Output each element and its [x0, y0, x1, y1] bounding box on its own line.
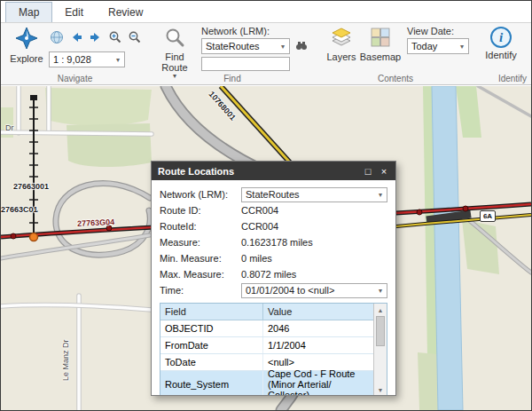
group-find: Find Route ▾ Network (LRM): StateRoutes … [149, 23, 316, 84]
basemap-label: Basemap [360, 51, 401, 62]
map-scale-value: 1 : 9,028 [53, 54, 91, 65]
min-measure-value: 0 miles [241, 253, 272, 264]
maximize-icon[interactable]: □ [360, 163, 376, 179]
explore-button[interactable]: Explore [7, 26, 46, 64]
group-identify: i Identify Identify [475, 23, 532, 84]
find-route-magnifier-icon [164, 27, 185, 50]
zoom-in-icon [108, 30, 122, 44]
route-id-label: 27663001 [13, 182, 49, 191]
application-window: Map Edit Review Explore [0, 0, 532, 411]
time-value: 01/01/2004 to <null> [246, 285, 334, 296]
view-date-label: View Date: [407, 26, 469, 36]
chevron-down-icon: ▾ [456, 43, 468, 51]
zoom-out-button[interactable] [127, 29, 143, 45]
chevron-down-icon: ▾ [112, 56, 124, 64]
layers-button[interactable]: Layers [322, 26, 361, 62]
network-lrm-label: Network (LRM): [201, 26, 309, 36]
panel-title: Route Locations [158, 166, 234, 177]
table-row[interactable]: FromDate 1/1/2004 [160, 337, 373, 354]
table-cell-field: OBJECTID [160, 320, 263, 336]
next-extent-button[interactable] [88, 29, 104, 45]
tab-edit[interactable]: Edit [52, 3, 96, 22]
chevron-down-icon: ▾ [277, 43, 289, 51]
scroll-down-icon[interactable]: ▼ [374, 383, 387, 395]
street-name-label: Dr [5, 123, 14, 132]
find-route-button[interactable]: Find Route ▾ [155, 26, 194, 80]
arrow-left-icon [69, 30, 83, 44]
binoculars-icon [294, 39, 309, 53]
identify-label: Identify [485, 50, 516, 60]
min-measure-field-label: Min. Measure: [160, 253, 241, 264]
explore-label: Explore [10, 53, 43, 64]
arrow-right-icon [89, 30, 103, 44]
ribbon-tab-bar: Map Edit Review [1, 1, 531, 23]
group-label-navigate: Navigate [1, 74, 149, 83]
measure-value: 0.1623178 miles [241, 237, 313, 248]
panel-title-bar[interactable]: Route Locations □ × [152, 162, 395, 180]
scrollbar-track[interactable] [374, 316, 387, 383]
scroll-up-icon[interactable]: ▲ [374, 304, 387, 316]
map-canvas[interactable]: 27663001 27663C01 27763G04 10768001 Le M… [1, 86, 531, 410]
close-icon[interactable]: × [376, 163, 392, 179]
route-search-input[interactable] [201, 57, 290, 71]
tab-review[interactable]: Review [96, 3, 155, 22]
zoom-out-icon [128, 30, 142, 44]
search-routes-button[interactable] [293, 38, 309, 54]
group-navigate: Explore [1, 23, 149, 84]
measure-field-label: Measure: [160, 237, 241, 248]
table-row[interactable]: OBJECTID 2046 [160, 320, 373, 337]
view-date-combobox[interactable]: Today ▾ [407, 38, 469, 54]
network-lrm-combobox[interactable]: StateRoutes ▾ [201, 38, 290, 54]
max-measure-field-label: Max. Measure: [160, 269, 241, 280]
panel-network-lrm-value: StateRoutes [246, 189, 300, 200]
explore-compass-icon [15, 27, 38, 51]
panel-body: Network (LRM): StateRoutes ▾ Route ID: C… [152, 180, 395, 395]
tab-map[interactable]: Map [5, 2, 52, 22]
routeid-value: CCR004 [241, 221, 278, 232]
network-lrm-field-label: Network (LRM): [160, 189, 241, 200]
view-date-value: Today [411, 41, 437, 51]
value-column-header: Value [263, 304, 373, 320]
route-id-field-label: Route ID: [160, 205, 241, 216]
group-label-find: Find [149, 74, 316, 83]
field-column-header: Field [160, 304, 263, 320]
table-cell-field: Route_System [160, 371, 263, 395]
time-dropdown[interactable]: 01/01/2004 to <null> ▾ [241, 283, 387, 298]
identify-button[interactable]: i Identify [481, 26, 520, 60]
ribbon: Explore [1, 23, 531, 85]
chevron-down-icon: ▾ [374, 191, 387, 199]
table-cell-field: FromDate [160, 337, 263, 353]
basemap-button[interactable]: Basemap [361, 26, 400, 62]
route-locations-panel: Route Locations □ × Network (LRM): State… [151, 161, 396, 396]
panel-network-lrm-dropdown[interactable]: StateRoutes ▾ [241, 187, 387, 202]
chevron-down-icon: ▾ [374, 287, 387, 295]
attributes-table: Field Value OBJECTID 2046 FromDate 1/1/2… [160, 303, 387, 395]
previous-extent-button[interactable] [68, 29, 84, 45]
table-scrollbar[interactable]: ▲ ▼ [373, 304, 387, 395]
globe-icon [50, 30, 64, 44]
table-cell-field: ToDate [160, 354, 263, 370]
network-lrm-value: StateRoutes [206, 41, 260, 51]
layers-icon [330, 27, 353, 50]
full-extent-globe-button[interactable] [49, 29, 65, 45]
basemap-icon [370, 27, 391, 50]
table-header-row: Field Value [160, 304, 373, 320]
map-scale-combobox[interactable]: 1 : 9,028 ▾ [49, 51, 125, 67]
table-cell-value: 2046 [263, 320, 373, 336]
route-shield: 6A [480, 210, 496, 222]
table-cell-value: 1/1/2004 [263, 337, 373, 353]
street-name-label: Le Manz Dr [61, 339, 70, 381]
info-icon: i [490, 27, 512, 48]
table-cell-value: Cape Cod - F Route (Minor Arterial/ Coll… [263, 371, 373, 395]
group-label-identify: Identify [475, 74, 532, 83]
time-field-label: Time: [160, 285, 241, 296]
route-id-label: 27663C01 [1, 205, 38, 214]
table-row-selected[interactable]: Route_System Cape Cod - F Route (Minor A… [160, 371, 373, 395]
scrollbar-thumb[interactable] [376, 316, 385, 346]
group-contents: Layers Basemap View Date: Today ▾ [316, 23, 475, 84]
max-measure-value: 0.8072 miles [241, 269, 296, 280]
layers-label: Layers [326, 51, 356, 62]
zoom-in-button[interactable] [107, 29, 123, 45]
group-label-contents: Contents [316, 74, 475, 83]
route-id-value: CCR004 [241, 205, 278, 216]
